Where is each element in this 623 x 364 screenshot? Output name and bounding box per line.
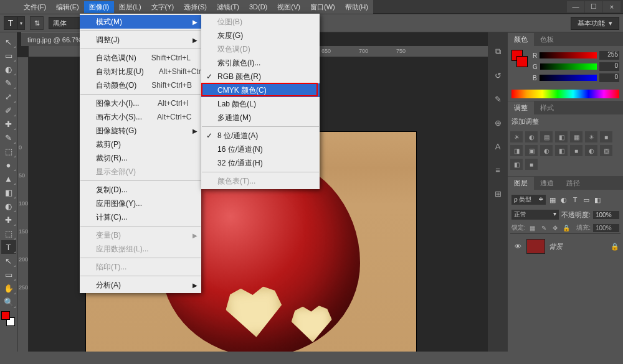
tab-swatches[interactable]: 色板 [534, 33, 560, 46]
opacity-value[interactable]: 100% [593, 211, 619, 219]
menu-item-调整[interactable]: 调整(J)▶ [80, 33, 201, 47]
adjustment-icon-8[interactable]: ▣ [525, 145, 538, 156]
adjustment-icon-9[interactable]: ◐ [540, 145, 553, 156]
tool-preset-dropdown-icon[interactable]: ▾ [17, 16, 25, 30]
adjustment-icon-15[interactable]: ■ [525, 159, 538, 170]
maximize-button[interactable]: ☐ [585, 1, 602, 12]
tool-preset-icon[interactable]: T [4, 16, 17, 30]
lock-pixels-icon[interactable]: ✎ [540, 223, 548, 232]
filter-adjust-icon[interactable]: ◐ [559, 195, 568, 204]
tool-4[interactable]: ⤢ [1, 90, 16, 103]
adjustment-icon-0[interactable]: ☀ [510, 131, 523, 142]
menu-3D[interactable]: 3D(D) [244, 2, 272, 12]
dock-icon-1[interactable]: ↺ [491, 68, 505, 82]
menu-item-分析[interactable]: 分析(A)▶ [80, 278, 201, 292]
r-value[interactable]: 255 [599, 51, 619, 60]
background-swatch[interactable] [516, 56, 528, 67]
color-spectrum[interactable] [511, 90, 619, 98]
adjustment-icon-12[interactable]: ◐ [585, 145, 597, 156]
adjustment-icon-13[interactable]: ▨ [600, 145, 612, 156]
tab-layers[interactable]: 图层 [508, 177, 534, 190]
r-slider[interactable] [540, 52, 597, 58]
adjustment-icon-4[interactable]: ▦ [570, 131, 583, 142]
tool-3[interactable]: ✎ [1, 76, 16, 90]
menu-图层[interactable]: 图层(L) [114, 1, 146, 13]
dock-icon-3[interactable]: ⊕ [491, 116, 505, 129]
mode-item-RGB 颜色[interactable]: ✓RGB 颜色(R) [201, 70, 320, 83]
tool-0[interactable]: ↖ [1, 35, 16, 49]
tab-styles[interactable]: 样式 [534, 101, 560, 114]
menu-item-自动色调[interactable]: 自动色调(N)Shift+Ctrl+L [80, 51, 201, 65]
menu-item-模式[interactable]: 模式(M)▶ [80, 15, 201, 29]
blend-mode-dropdown[interactable]: 正常▾ [511, 210, 559, 220]
tool-18[interactable]: ✋ [1, 281, 16, 295]
minimize-button[interactable]: — [567, 1, 584, 12]
tab-color[interactable]: 颜色 [508, 33, 534, 46]
layer-filter-type[interactable]: ρ 类型≑ [511, 195, 546, 205]
orientation-toggle[interactable]: ⇅ [30, 16, 44, 30]
tool-6[interactable]: ✚ [1, 117, 16, 131]
tool-7[interactable]: ✎ [1, 131, 16, 144]
tool-9[interactable]: ● [1, 158, 16, 172]
tool-5[interactable]: ✐ [1, 103, 16, 117]
adjustment-icon-10[interactable]: ◧ [555, 145, 568, 156]
tool-17[interactable]: ▭ [1, 268, 16, 281]
mode-item-索引颜色[interactable]: 索引颜色(I)... [201, 56, 320, 70]
tool-8[interactable]: ⬚ [1, 144, 16, 158]
tool-14[interactable]: ⬚ [1, 226, 16, 240]
menu-item-画布大小[interactable]: 画布大小(S)...Alt+Ctrl+C [80, 110, 201, 124]
adjustment-icon-11[interactable]: ■ [570, 145, 583, 156]
menu-item-自动颜色[interactable]: 自动颜色(O)Shift+Ctrl+B [80, 78, 201, 92]
dock-icon-2[interactable]: ✎ [491, 92, 505, 106]
lock-position-icon[interactable]: ✥ [551, 223, 559, 232]
menu-item-计算[interactable]: 计算(C)... [80, 210, 201, 224]
tool-11[interactable]: ◧ [1, 185, 16, 199]
menu-item-自动对比度[interactable]: 自动对比度(U)Alt+Shift+Ctrl+L [80, 65, 201, 78]
lock-transparency-icon[interactable]: ▦ [528, 223, 537, 232]
menu-帮助[interactable]: 帮助(H) [340, 1, 373, 13]
adjustment-icon-6[interactable]: ■ [600, 131, 612, 142]
fg-bg-colors[interactable] [1, 311, 16, 326]
b-value[interactable]: 0 [599, 73, 619, 82]
mode-item-Lab 颜色[interactable]: Lab 颜色(L) [201, 97, 320, 111]
menu-滤镜[interactable]: 滤镜(T) [212, 1, 244, 13]
filter-shape-icon[interactable]: ▭ [582, 195, 591, 204]
adjustment-icon-1[interactable]: ◐ [525, 131, 538, 142]
menu-文字[interactable]: 文字(Y) [146, 1, 179, 13]
fg-color-swatch[interactable] [1, 311, 10, 320]
adjustment-icon-3[interactable]: ◧ [555, 131, 568, 142]
tool-1[interactable]: ▭ [1, 49, 16, 62]
menu-窗口[interactable]: 窗口(W) [305, 1, 340, 13]
tool-12[interactable]: ◐ [1, 199, 16, 213]
g-slider[interactable] [540, 63, 597, 70]
dock-icon-6[interactable]: ⊞ [491, 187, 505, 200]
layer-name[interactable]: 背景 [549, 242, 563, 251]
tab-adjustments[interactable]: 调整 [508, 101, 534, 114]
menu-item-应用图像[interactable]: 应用图像(Y)... [80, 197, 201, 210]
tab-paths[interactable]: 路径 [560, 177, 586, 190]
menu-选择[interactable]: 选择(S) [179, 1, 212, 13]
tool-2[interactable]: ◐ [1, 62, 16, 76]
tool-15[interactable]: T [1, 240, 16, 254]
dock-icon-0[interactable]: ⧉ [491, 45, 505, 58]
close-button[interactable]: × [603, 1, 621, 12]
layer-row[interactable]: 👁 背景 🔒 [510, 236, 621, 256]
filter-pixel-icon[interactable]: ▦ [548, 195, 557, 204]
menu-item-图像旋转[interactable]: 图像旋转(G)▶ [80, 124, 201, 138]
filter-smart-icon[interactable]: ◧ [593, 195, 602, 204]
menu-图像[interactable]: 图像(I) [84, 1, 114, 13]
fill-value[interactable]: 100% [593, 224, 619, 232]
tool-10[interactable]: ▲ [1, 172, 16, 185]
g-value[interactable]: 0 [599, 62, 619, 71]
adjustment-icon-5[interactable]: ☀ [585, 131, 597, 142]
document-tab[interactable]: timg.jpg @ 66.7% [21, 32, 88, 46]
tool-13[interactable]: ✚ [1, 213, 16, 226]
filter-type-icon[interactable]: T [571, 195, 579, 204]
workspace-switcher[interactable]: 基本功能▾ [571, 17, 619, 30]
menu-item-裁剪[interactable]: 裁剪(P) [80, 138, 201, 151]
layer-thumbnail[interactable] [526, 239, 545, 254]
mode-item-8 位/通道[interactable]: ✓8 位/通道(A) [201, 129, 320, 142]
tool-19[interactable]: 🔍 [1, 295, 16, 309]
lock-all-icon[interactable]: 🔒 [562, 223, 571, 232]
menu-文件[interactable]: 文件(F) [19, 1, 51, 13]
